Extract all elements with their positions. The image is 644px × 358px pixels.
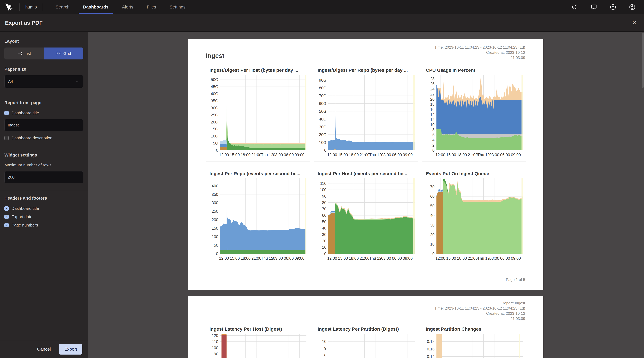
svg-text:80G: 80G bbox=[319, 86, 326, 90]
svg-text:15G: 15G bbox=[211, 127, 218, 131]
nav-right-icons: ? bbox=[571, 4, 636, 11]
svg-text:5G: 5G bbox=[213, 141, 218, 145]
feedback-chat-icon[interactable] bbox=[590, 4, 598, 11]
svg-text:90: 90 bbox=[322, 194, 326, 198]
svg-text:09:00: 09:00 bbox=[403, 256, 413, 260]
svg-text:110: 110 bbox=[320, 181, 326, 186]
checkbox-checked-icon[interactable] bbox=[4, 111, 9, 115]
layout-section-title: Layout bbox=[4, 39, 83, 44]
svg-text:Thu 12: Thu 12 bbox=[477, 256, 490, 260]
svg-text:0.18: 0.18 bbox=[427, 339, 434, 344]
layout-grid-button[interactable]: Grid bbox=[44, 48, 83, 60]
svg-text:10: 10 bbox=[322, 245, 326, 249]
svg-text:12: 12 bbox=[430, 117, 434, 122]
chart-card: Ingest Latency Per Partition (Digest) 89… bbox=[314, 323, 418, 358]
falcon-icon bbox=[4, 2, 14, 12]
svg-text:60G: 60G bbox=[319, 101, 326, 106]
svg-text:06:00: 06:00 bbox=[500, 256, 510, 260]
svg-text:10: 10 bbox=[322, 339, 326, 344]
layout-list-label: List bbox=[24, 51, 31, 56]
chart-title: Ingest Per Repo (events per second be... bbox=[206, 168, 310, 177]
chart-ingest-latency-per-partition: 891012:0015:0018:0021:00Thu 1203:0006:00… bbox=[315, 332, 417, 358]
export-panel-header: Export as PDF ✕ bbox=[0, 14, 644, 32]
export-settings-sidebar: Layout List Grid Paper size bbox=[0, 32, 88, 358]
chart-ingest-partition-changes: 0.140.160.1812:0015:0018:0021:00Thu 1203… bbox=[423, 332, 525, 358]
svg-text:30: 30 bbox=[322, 232, 326, 237]
svg-text:26: 26 bbox=[430, 82, 434, 86]
help-icon[interactable]: ? bbox=[610, 4, 617, 11]
svg-text:10: 10 bbox=[430, 123, 434, 127]
export-button[interactable]: Export bbox=[59, 344, 82, 354]
hf-export-date-checkbox-row[interactable]: Export date bbox=[4, 214, 83, 219]
dashboard-title-input[interactable] bbox=[4, 119, 83, 131]
max-rows-input[interactable] bbox=[4, 171, 83, 183]
pdf-preview-area[interactable]: Time: 2023-10-11 11:04:23 - 2023-10-12 1… bbox=[88, 32, 644, 358]
section-divider bbox=[0, 190, 88, 190]
svg-text:09:00: 09:00 bbox=[295, 256, 304, 260]
dashboard-title-checkbox-row[interactable]: Dashboard title bbox=[4, 111, 83, 115]
checkbox-checked-icon[interactable] bbox=[4, 215, 9, 219]
svg-text:18:00: 18:00 bbox=[241, 153, 250, 157]
hf-page-numbers-checkbox-row[interactable]: Page numbers bbox=[4, 223, 83, 228]
svg-text:6: 6 bbox=[432, 133, 434, 137]
svg-text:0: 0 bbox=[324, 148, 326, 152]
front-page-section-title: Report front page bbox=[4, 100, 83, 105]
nav-item-search[interactable]: Search bbox=[55, 0, 70, 14]
nav-item-files[interactable]: Files bbox=[146, 0, 157, 14]
chart-ingest-digest-per-host: 05G10G15G20G25G30G35G40G45G50G12:0015:00… bbox=[206, 74, 309, 158]
chart-title: Ingest Partition Changes bbox=[422, 323, 526, 332]
svg-text:50: 50 bbox=[214, 243, 218, 247]
svg-text:12:00: 12:00 bbox=[435, 256, 445, 260]
user-avatar-icon[interactable] bbox=[628, 4, 636, 11]
svg-text:06:00: 06:00 bbox=[284, 153, 294, 157]
close-icon[interactable]: ✕ bbox=[630, 20, 638, 26]
brand-name[interactable]: humio bbox=[25, 5, 37, 10]
hf-dashboard-title-checkbox-row[interactable]: Dashboard title bbox=[4, 206, 83, 211]
svg-text:90: 90 bbox=[214, 352, 218, 356]
svg-text:30: 30 bbox=[430, 223, 434, 227]
svg-text:09:00: 09:00 bbox=[403, 153, 413, 157]
svg-text:200: 200 bbox=[212, 218, 218, 222]
created-at-text: Created at: 2023-10-12 bbox=[434, 50, 525, 55]
megaphone-icon[interactable] bbox=[571, 4, 578, 11]
svg-text:20: 20 bbox=[322, 239, 326, 243]
chart-title: Ingest Latency Per Host (Digest) bbox=[206, 323, 310, 332]
chart-title: Ingest Per Host (events per second be... bbox=[314, 168, 418, 177]
checkbox-checked-icon[interactable] bbox=[4, 223, 9, 227]
checkbox-unchecked-icon[interactable] bbox=[4, 136, 9, 140]
paper-size-select[interactable]: A4 bbox=[4, 75, 83, 88]
svg-text:Thu 12: Thu 12 bbox=[369, 256, 382, 260]
svg-text:40G: 40G bbox=[319, 117, 326, 121]
svg-text:0: 0 bbox=[432, 251, 434, 256]
svg-text:120: 120 bbox=[212, 333, 218, 338]
chart-events-ingest-queue: 01020304050607012:0015:0018:0021:00Thu 1… bbox=[423, 177, 525, 262]
nav-item-alerts[interactable]: Alerts bbox=[121, 0, 134, 14]
layout-list-button[interactable]: List bbox=[4, 48, 44, 60]
svg-text:20: 20 bbox=[430, 97, 434, 102]
dashboard-description-checkbox-row[interactable]: Dashboard description bbox=[4, 136, 83, 140]
hf-dashboard-title-label: Dashboard title bbox=[12, 206, 39, 211]
svg-text:90G: 90G bbox=[319, 78, 326, 82]
svg-text:03:00: 03:00 bbox=[273, 153, 283, 157]
svg-text:18: 18 bbox=[430, 102, 434, 107]
svg-text:250: 250 bbox=[212, 209, 218, 213]
svg-text:03:00: 03:00 bbox=[381, 256, 391, 260]
chart-title: CPU Usage In Percent bbox=[422, 64, 526, 74]
svg-text:350: 350 bbox=[212, 192, 218, 197]
chart-title: Ingest/Digest Per Repo (bytes per day ..… bbox=[314, 64, 418, 74]
chart-card: Ingest Per Repo (events per second be...… bbox=[206, 168, 310, 265]
checkbox-checked-icon[interactable] bbox=[4, 206, 9, 211]
svg-text:Thu 12: Thu 12 bbox=[261, 256, 273, 260]
svg-text:15:00: 15:00 bbox=[230, 153, 240, 157]
svg-text:30G: 30G bbox=[211, 106, 218, 110]
crowdstrike-falcon-logo[interactable] bbox=[4, 2, 14, 12]
nav-item-settings[interactable]: Settings bbox=[169, 0, 186, 14]
cancel-button[interactable]: Cancel bbox=[36, 346, 52, 352]
svg-text:80: 80 bbox=[322, 200, 326, 205]
dashboard-title-checkbox-label: Dashboard title bbox=[12, 111, 39, 115]
svg-text:03:00: 03:00 bbox=[490, 256, 499, 260]
nav-item-dashboards[interactable]: Dashboards bbox=[82, 0, 110, 14]
chart-card: Events Put On Ingest Queue 0102030405060… bbox=[422, 168, 526, 265]
svg-text:0: 0 bbox=[324, 251, 326, 256]
scrollbar-thumb[interactable] bbox=[642, 33, 644, 88]
